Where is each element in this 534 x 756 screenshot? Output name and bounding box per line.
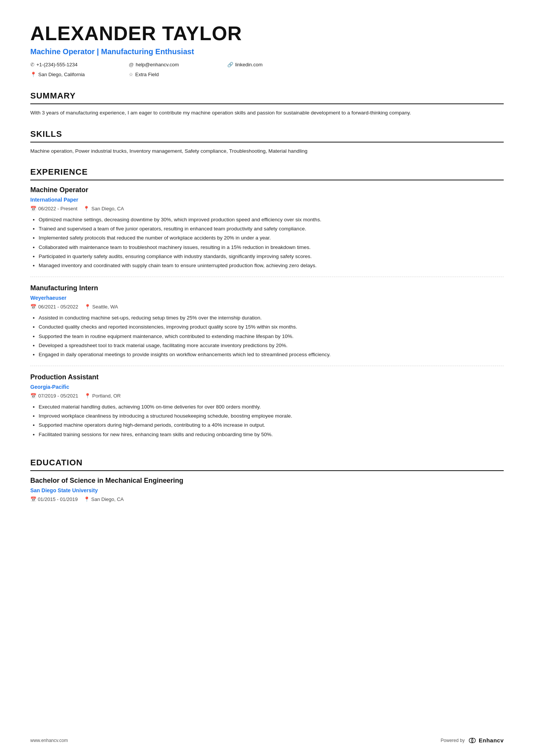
bullet-item: Developed a spreadsheet tool to track ma… <box>39 341 504 350</box>
pin-icon-1: 📍 <box>83 205 89 213</box>
calendar-icon-2: 📅 <box>30 303 36 311</box>
job-date-2: 📅 06/2021 - 05/2022 <box>30 303 78 311</box>
job-entry-1: Machine Operator International Paper 📅 0… <box>30 185 504 277</box>
job-location-3: 📍 Portland, OR <box>84 392 121 400</box>
company-name-3: Georgia-Pacific <box>30 383 504 391</box>
pin-icon-edu: 📍 <box>84 496 90 502</box>
edu-degree-1: Bachelor of Science in Mechanical Engine… <box>30 476 504 486</box>
bullet-item: Improved workplace cleanliness by introd… <box>39 412 504 420</box>
extra-contact: ☆ Extra Field <box>129 71 227 78</box>
header: ALEXANDER TAYLOR Machine Operator | Manu… <box>30 23 504 79</box>
calendar-icon-3: 📅 <box>30 392 36 400</box>
skills-text: Machine operation, Power industrial truc… <box>30 147 504 155</box>
bullet-item: Optimized machine settings, decreasing d… <box>39 216 504 224</box>
job-meta-1: 📅 06/2022 - Present 📍 San Diego, CA <box>30 205 504 213</box>
footer-website: www.enhancv.com <box>30 737 68 744</box>
edu-location-1: 📍 San Diego, CA <box>84 496 124 503</box>
job-title-1: Machine Operator <box>30 185 504 195</box>
company-name-1: International Paper <box>30 196 504 204</box>
phone-icon: ✆ <box>30 61 34 69</box>
location-value: San Diego, California <box>38 71 85 78</box>
job-location-2: 📍 Seattle, WA <box>84 303 118 311</box>
edu-school-1: San Diego State University <box>30 487 504 495</box>
bullet-item: Assisted in conducting machine set-ups, … <box>39 314 504 322</box>
job-date-1: 📅 06/2022 - Present <box>30 205 77 213</box>
edu-entry-1: Bachelor of Science in Mechanical Engine… <box>30 476 504 503</box>
resume-page: ALEXANDER TAYLOR Machine Operator | Manu… <box>0 0 534 756</box>
pin-icon-3: 📍 <box>84 392 91 400</box>
bullet-item: Executed material handling duties, achie… <box>39 403 504 411</box>
bullet-item: Conducted quality checks and reported in… <box>39 323 504 331</box>
job-date-3: 📅 07/2019 - 05/2021 <box>30 392 78 400</box>
contact-section: ✆ +1-(234)-555-1234 @ help@enhancv.com 🔗… <box>30 61 504 79</box>
linkedin-value: linkedin.com <box>235 61 262 69</box>
star-icon: ☆ <box>129 71 133 78</box>
job-title-3: Production Assistant <box>30 372 504 382</box>
summary-title: SUMMARY <box>30 89 504 104</box>
location-icon: 📍 <box>30 71 36 78</box>
linkedin-contact: 🔗 linkedin.com <box>227 61 326 69</box>
bullet-item: Supported the team in routine equipment … <box>39 332 504 341</box>
job-entry-3: Production Assistant Georgia-Pacific 📅 0… <box>30 372 504 446</box>
job-bullets-3: Executed material handling duties, achie… <box>30 403 504 439</box>
phone-contact: ✆ +1-(234)-555-1234 <box>30 61 129 69</box>
bullet-item: Managed inventory and coordinated with s… <box>39 261 504 270</box>
email-value: help@enhancv.com <box>136 61 179 69</box>
email-contact: @ help@enhancv.com <box>129 61 227 69</box>
link-icon: 🔗 <box>227 61 233 69</box>
edu-meta-1: 📅 01/2015 - 01/2019 📍 San Diego, CA <box>30 496 504 503</box>
email-icon: @ <box>129 61 134 69</box>
phone-value: +1-(234)-555-1234 <box>36 61 78 69</box>
job-title-2: Manufacturing Intern <box>30 283 504 293</box>
experience-section: EXPERIENCE Machine Operator Internationa… <box>30 166 504 445</box>
job-entry-2: Manufacturing Intern Weyerhaeuser 📅 06/2… <box>30 283 504 366</box>
bullet-item: Supported machine operators during high-… <box>39 421 504 429</box>
edu-date-1: 📅 01/2015 - 01/2019 <box>30 496 78 503</box>
candidate-name: ALEXANDER TAYLOR <box>30 23 504 44</box>
experience-title: EXPERIENCE <box>30 166 504 180</box>
job-meta-2: 📅 06/2021 - 05/2022 📍 Seattle, WA <box>30 303 504 311</box>
candidate-title: Machine Operator | Manufacturing Enthusi… <box>30 46 504 57</box>
enhancv-logo-icon <box>467 737 478 744</box>
job-bullets-2: Assisted in conducting machine set-ups, … <box>30 314 504 359</box>
pin-icon-2: 📍 <box>84 303 91 311</box>
education-title: EDUCATION <box>30 456 504 471</box>
enhancv-logo: Enhancv <box>467 736 504 745</box>
bullet-item: Trained and supervised a team of five ju… <box>39 225 504 233</box>
page-footer: www.enhancv.com Powered by Enhancv <box>30 736 504 745</box>
bullet-item: Participated in quarterly safety audits,… <box>39 252 504 261</box>
summary-text: With 3 years of manufacturing experience… <box>30 109 504 117</box>
extra-value: Extra Field <box>135 71 159 78</box>
bullet-item: Collaborated with maintenance team to tr… <box>39 243 504 252</box>
bullet-item: Engaged in daily operational meetings to… <box>39 351 504 359</box>
skills-section: SKILLS Machine operation, Power industri… <box>30 128 504 155</box>
skills-title: SKILLS <box>30 128 504 142</box>
bullet-item: Implemented safety protocols that reduce… <box>39 234 504 242</box>
location-contact: 📍 San Diego, California <box>30 71 129 78</box>
calendar-icon-edu: 📅 <box>30 496 36 502</box>
powered-by-label: Powered by <box>441 737 465 744</box>
job-location-1: 📍 San Diego, CA <box>83 205 124 213</box>
bullet-item: Facilitated training sessions for new hi… <box>39 430 504 439</box>
calendar-icon-1: 📅 <box>30 205 36 213</box>
job-bullets-1: Optimized machine settings, decreasing d… <box>30 216 504 270</box>
footer-brand: Powered by Enhancv <box>441 736 504 745</box>
company-name-2: Weyerhaeuser <box>30 294 504 302</box>
summary-section: SUMMARY With 3 years of manufacturing ex… <box>30 89 504 117</box>
enhancv-brand-name: Enhancv <box>479 736 504 745</box>
job-meta-3: 📅 07/2019 - 05/2021 📍 Portland, OR <box>30 392 504 400</box>
education-section: EDUCATION Bachelor of Science in Mechani… <box>30 456 504 503</box>
